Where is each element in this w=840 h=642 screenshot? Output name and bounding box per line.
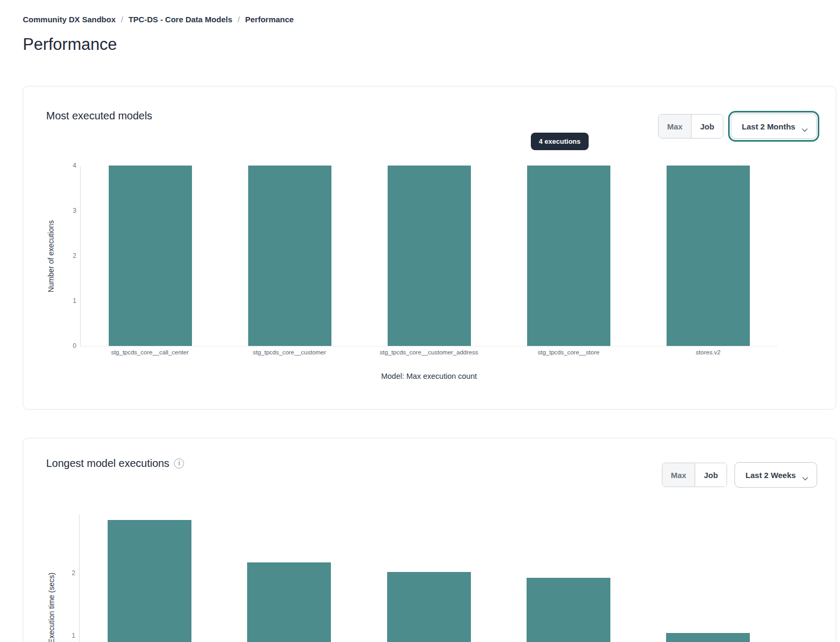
x-tick-label: stg_tpcds_core__store — [499, 349, 638, 355]
breadcrumb: Community DX Sandbox / TPC-DS - Core Dat… — [23, 15, 294, 24]
time-range-value: Last 2 Weeks — [746, 471, 796, 480]
toggle-job-button[interactable]: Job — [695, 463, 727, 487]
bar[interactable] — [247, 562, 331, 642]
y-tick-label: 3 — [67, 207, 76, 214]
bar-band — [219, 514, 358, 642]
time-range-dropdown[interactable]: Last 2 Weeks — [734, 462, 817, 488]
bar-band — [80, 514, 219, 642]
page-title: Performance — [23, 35, 117, 54]
bar[interactable] — [527, 578, 610, 642]
bar-band — [499, 166, 638, 346]
breadcrumb-separator: / — [121, 15, 123, 24]
y-tick-label: 1 — [66, 632, 75, 639]
bar[interactable] — [667, 166, 750, 346]
x-tick-label: stg_tpcds_core__customer — [220, 349, 359, 355]
bar[interactable] — [666, 633, 750, 642]
toggle-max-button[interactable]: Max — [659, 115, 691, 138]
time-range-value: Last 2 Months — [742, 122, 795, 131]
bar-band — [638, 514, 778, 642]
y-tick-label: 1 — [67, 297, 76, 305]
bar[interactable] — [109, 166, 192, 346]
longest-model-executions-card: Longest model executions i Max Job Last … — [23, 438, 836, 642]
bar-chart-plot: 01234 — [80, 166, 778, 346]
bar-band — [638, 166, 778, 346]
bar[interactable] — [388, 166, 471, 346]
y-tick-label: 0 — [67, 342, 76, 350]
chart-title-text: Most executed models — [46, 110, 152, 122]
y-tick-label: 2 — [66, 569, 75, 577]
bar-chart-plot: 12 — [79, 514, 778, 642]
max-job-toggle: Max Job — [658, 114, 723, 138]
toggle-job-button[interactable]: Job — [691, 115, 723, 138]
max-job-toggle: Max Job — [662, 463, 727, 487]
bar[interactable] — [527, 166, 611, 346]
y-tick-label: 4 — [67, 162, 76, 169]
bar-band — [220, 166, 360, 346]
chart-title: Longest model executions i — [46, 457, 184, 470]
bar-tooltip: 4 executions — [531, 133, 589, 150]
most-executed-models-card: Most executed models Max Job Last 2 Mont… — [23, 86, 836, 410]
y-tick-label: 2 — [67, 252, 76, 259]
chart-controls: Max Job Last 2 Months — [658, 114, 817, 139]
chart-controls: Max Job Last 2 Weeks — [662, 462, 817, 488]
x-tick-label: stores.v2 — [638, 349, 778, 355]
time-range-dropdown[interactable]: Last 2 Months — [731, 114, 817, 139]
performance-page: Community DX Sandbox / TPC-DS - Core Dat… — [0, 0, 840, 642]
x-axis-title: Model: Max execution count — [80, 372, 778, 380]
breadcrumb-item-environment[interactable]: TPC-DS - Core Data Models — [128, 15, 232, 24]
chart-title-text: Longest model executions — [46, 457, 169, 470]
x-tick-label: stg_tpcds_core__customer_address — [359, 349, 498, 355]
y-axis-label: Number of executions — [47, 220, 55, 292]
chart-title: Most executed models — [46, 110, 152, 122]
breadcrumb-separator: / — [238, 15, 240, 24]
bar-band — [81, 166, 220, 346]
info-icon[interactable]: i — [174, 458, 184, 469]
bar-band — [498, 514, 638, 642]
bar-band — [360, 166, 499, 346]
chevron-down-icon — [802, 473, 808, 477]
bar[interactable] — [248, 166, 332, 346]
toggle-max-button[interactable]: Max — [662, 463, 695, 487]
breadcrumb-item-current: Performance — [245, 15, 294, 24]
bar[interactable] — [108, 520, 191, 642]
bar[interactable] — [387, 572, 471, 642]
breadcrumb-item-project[interactable]: Community DX Sandbox — [23, 15, 116, 24]
y-axis-label: Execution time (secs) — [47, 572, 56, 642]
chevron-down-icon — [802, 125, 808, 128]
x-axis-tick-labels: stg_tpcds_core__call_centerstg_tpcds_cor… — [80, 349, 778, 355]
x-tick-label: stg_tpcds_core__call_center — [80, 349, 220, 355]
bar-band — [359, 514, 498, 642]
